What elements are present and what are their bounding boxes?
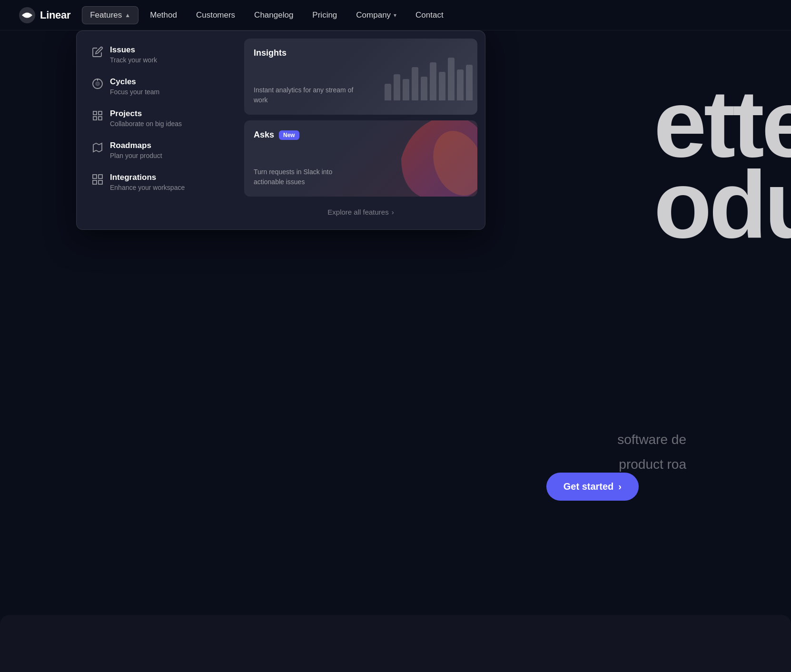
nav-features[interactable]: Features ▲ (82, 6, 138, 24)
svg-point-2 (96, 82, 99, 86)
bottom-section (0, 615, 791, 672)
dropdown-left-column: Issues Track your work Cycles Focus your… (84, 39, 237, 222)
svg-rect-5 (99, 111, 102, 115)
dropdown-item-roadmaps[interactable]: Roadmaps Plan your product (84, 134, 237, 166)
asks-card[interactable]: Asks New Turn requests in Slack into act… (244, 120, 477, 197)
dropdown-right-column: Insights Instant analytics for any strea… (244, 39, 477, 222)
hero-text: ette odu (653, 76, 791, 252)
arrow-right-icon: › (618, 481, 622, 492)
insights-card-content: Insights Instant analytics for any strea… (244, 39, 477, 115)
projects-icon (92, 110, 103, 121)
chevron-down-icon: ▾ (394, 12, 396, 19)
navbar: Linear Features ▲ Method Customers Chang… (0, 0, 791, 30)
dropdown-item-integrations[interactable]: Integrations Enhance your workspace (84, 166, 237, 198)
svg-rect-4 (93, 111, 97, 115)
hero-subtitle1: software de (617, 432, 686, 447)
asks-card-header: Asks New (254, 130, 468, 140)
explore-all-features-link[interactable]: Explore all features › (244, 202, 477, 222)
svg-rect-11 (99, 180, 102, 184)
get-started-button[interactable]: Get started › (546, 473, 639, 501)
linear-logo-icon (19, 7, 35, 23)
arrow-right-icon: › (392, 208, 394, 216)
svg-rect-6 (93, 117, 97, 120)
edit-icon (92, 46, 103, 58)
logo-text: Linear (40, 9, 70, 21)
insights-card[interactable]: Insights Instant analytics for any strea… (244, 39, 477, 115)
new-badge: New (279, 130, 299, 140)
integrations-icon (92, 174, 103, 185)
nav-customers[interactable]: Customers (188, 7, 243, 24)
dropdown-item-cycles[interactable]: Cycles Focus your team (84, 70, 237, 102)
roadmaps-icon (92, 142, 103, 153)
chevron-up-icon: ▲ (125, 12, 130, 19)
logo[interactable]: Linear (19, 7, 70, 23)
svg-rect-10 (93, 180, 97, 184)
features-dropdown: Issues Track your work Cycles Focus your… (76, 30, 485, 230)
cycle-icon (92, 78, 103, 89)
hero-title-line2: odu (653, 157, 791, 252)
hero-subtitle-block: software de product roa (617, 423, 686, 472)
svg-rect-8 (93, 175, 97, 178)
dropdown-item-projects[interactable]: Projects Collaborate on big ideas (84, 102, 237, 134)
hero-subtitle2: product roa (617, 457, 686, 472)
insights-card-header: Insights (254, 48, 468, 58)
dropdown-item-issues[interactable]: Issues Track your work (84, 39, 237, 70)
svg-rect-9 (99, 175, 102, 178)
nav-method[interactable]: Method (142, 7, 185, 24)
nav-company[interactable]: Company ▾ (348, 7, 404, 24)
nav-contact[interactable]: Contact (408, 7, 451, 24)
nav-pricing[interactable]: Pricing (305, 7, 345, 24)
nav-changelog[interactable]: Changelog (247, 7, 301, 24)
asks-card-content: Asks New Turn requests in Slack into act… (244, 120, 477, 197)
svg-rect-7 (99, 117, 102, 120)
